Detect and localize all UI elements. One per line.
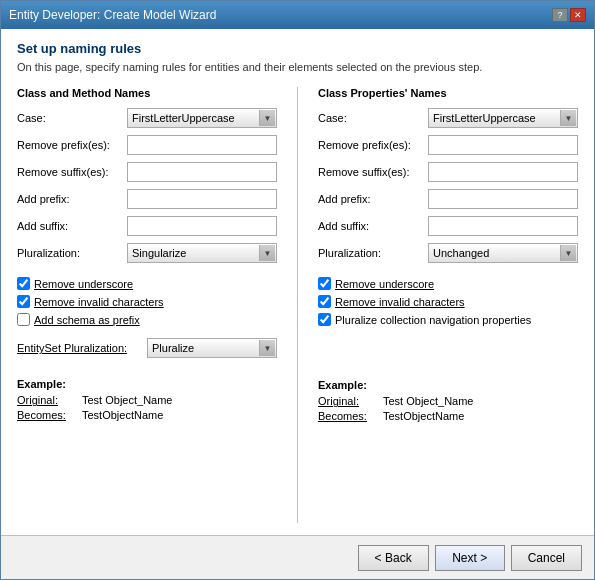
left-pluralization-select-wrapper: Singularize Pluralize Unchanged ▼ bbox=[127, 243, 277, 263]
help-button[interactable]: ? bbox=[552, 8, 568, 22]
left-remove-underscore-label[interactable]: Remove underscore bbox=[34, 278, 133, 290]
right-remove-underscore-row: Remove underscore bbox=[318, 277, 578, 290]
columns: Class and Method Names Case: FirstLetter… bbox=[17, 87, 578, 523]
left-remove-prefix-label: Remove prefix(es): bbox=[17, 139, 127, 151]
left-pluralization-label: Pluralization: bbox=[17, 247, 127, 259]
right-remove-invalid-label[interactable]: Remove invalid characters bbox=[335, 296, 465, 308]
right-pluralize-nav-row: Pluralize collection navigation properti… bbox=[318, 313, 578, 326]
left-add-suffix-row: Add suffix: bbox=[17, 215, 277, 237]
right-becomes-row: Becomes: TestObjectName bbox=[318, 410, 578, 422]
left-remove-suffix-input[interactable] bbox=[127, 162, 277, 182]
left-remove-prefix-input[interactable] bbox=[127, 135, 277, 155]
left-add-prefix-row: Add prefix: bbox=[17, 188, 277, 210]
left-add-prefix-input[interactable] bbox=[127, 189, 277, 209]
bottom-bar: < Back Next > Cancel bbox=[1, 535, 594, 579]
page-title: Set up naming rules bbox=[17, 41, 578, 56]
right-remove-prefix-label: Remove prefix(es): bbox=[318, 139, 428, 151]
right-pluralize-nav-checkbox[interactable] bbox=[318, 313, 331, 326]
right-remove-suffix-label: Remove suffix(es): bbox=[318, 166, 428, 178]
left-entityset-row: EntitySet Pluralization: Pluralize Singu… bbox=[17, 337, 277, 359]
left-remove-prefix-row: Remove prefix(es): bbox=[17, 134, 277, 156]
left-example-title: Example: bbox=[17, 378, 277, 390]
right-pluralization-select-wrapper: Unchanged Singularize Pluralize ▼ bbox=[428, 243, 578, 263]
cancel-button[interactable]: Cancel bbox=[511, 545, 582, 571]
window-title: Entity Developer: Create Model Wizard bbox=[9, 8, 216, 22]
right-remove-invalid-row: Remove invalid characters bbox=[318, 295, 578, 308]
right-remove-prefix-input[interactable] bbox=[428, 135, 578, 155]
right-pluralize-nav-label[interactable]: Pluralize collection navigation properti… bbox=[335, 314, 531, 326]
left-add-suffix-input[interactable] bbox=[127, 216, 277, 236]
left-original-value: Test Object_Name bbox=[82, 394, 172, 406]
right-add-suffix-row: Add suffix: bbox=[318, 215, 578, 237]
right-becomes-label: Becomes: bbox=[318, 410, 383, 422]
right-case-row: Case: FirstLetterUppercase Uppercase Low… bbox=[318, 107, 578, 129]
left-column-title: Class and Method Names bbox=[17, 87, 277, 99]
back-button[interactable]: < Back bbox=[358, 545, 429, 571]
titlebar: Entity Developer: Create Model Wizard ? … bbox=[1, 1, 594, 29]
left-case-row: Case: FirstLetterUppercase Uppercase Low… bbox=[17, 107, 277, 129]
left-becomes-row: Becomes: TestObjectName bbox=[17, 409, 277, 421]
left-pluralization-row: Pluralization: Singularize Pluralize Unc… bbox=[17, 242, 277, 264]
right-pluralization-row: Pluralization: Unchanged Singularize Plu… bbox=[318, 242, 578, 264]
right-original-label: Original: bbox=[318, 395, 383, 407]
left-becomes-value: TestObjectName bbox=[82, 409, 163, 421]
left-add-suffix-label: Add suffix: bbox=[17, 220, 127, 232]
page-subtitle: On this page, specify naming rules for e… bbox=[17, 60, 578, 75]
right-original-value: Test Object_Name bbox=[383, 395, 473, 407]
left-remove-invalid-row: Remove invalid characters bbox=[17, 295, 277, 308]
right-column: Class Properties' Names Case: FirstLette… bbox=[318, 87, 578, 523]
right-add-suffix-input[interactable] bbox=[428, 216, 578, 236]
right-remove-suffix-input[interactable] bbox=[428, 162, 578, 182]
left-example-section: Example: Original: Test Object_Name Beco… bbox=[17, 372, 277, 424]
left-add-schema-checkbox[interactable] bbox=[17, 313, 30, 326]
right-add-suffix-label: Add suffix: bbox=[318, 220, 428, 232]
right-remove-prefix-row: Remove prefix(es): bbox=[318, 134, 578, 156]
right-remove-underscore-label[interactable]: Remove underscore bbox=[335, 278, 434, 290]
right-add-prefix-input[interactable] bbox=[428, 189, 578, 209]
left-add-schema-row: Add schema as prefix bbox=[17, 313, 277, 326]
right-remove-suffix-row: Remove suffix(es): bbox=[318, 161, 578, 183]
right-becomes-value: TestObjectName bbox=[383, 410, 464, 422]
left-pluralization-select[interactable]: Singularize Pluralize Unchanged bbox=[127, 243, 277, 263]
left-column: Class and Method Names Case: FirstLetter… bbox=[17, 87, 277, 523]
left-case-select-wrapper: FirstLetterUppercase Uppercase Lowercase… bbox=[127, 108, 277, 128]
left-remove-suffix-row: Remove suffix(es): bbox=[17, 161, 277, 183]
right-pluralization-label: Pluralization: bbox=[318, 247, 428, 259]
left-add-schema-label[interactable]: Add schema as prefix bbox=[34, 314, 140, 326]
left-entityset-label: EntitySet Pluralization: bbox=[17, 342, 147, 354]
left-add-prefix-label: Add prefix: bbox=[17, 193, 127, 205]
right-case-select-wrapper: FirstLetterUppercase Uppercase Lowercase… bbox=[428, 108, 578, 128]
right-column-title: Class Properties' Names bbox=[318, 87, 578, 99]
right-example-section: Example: Original: Test Object_Name Beco… bbox=[318, 373, 578, 425]
right-case-select[interactable]: FirstLetterUppercase Uppercase Lowercase… bbox=[428, 108, 578, 128]
right-add-prefix-row: Add prefix: bbox=[318, 188, 578, 210]
left-remove-underscore-row: Remove underscore bbox=[17, 277, 277, 290]
left-remove-suffix-label: Remove suffix(es): bbox=[17, 166, 127, 178]
column-divider bbox=[297, 87, 298, 523]
right-remove-underscore-checkbox[interactable] bbox=[318, 277, 331, 290]
left-entityset-select-wrapper: Pluralize Singularize Unchanged ▼ bbox=[147, 338, 277, 358]
close-button[interactable]: ✕ bbox=[570, 8, 586, 22]
left-remove-underscore-checkbox[interactable] bbox=[17, 277, 30, 290]
content-area: Set up naming rules On this page, specif… bbox=[1, 29, 594, 535]
right-original-row: Original: Test Object_Name bbox=[318, 395, 578, 407]
left-original-row: Original: Test Object_Name bbox=[17, 394, 277, 406]
titlebar-buttons: ? ✕ bbox=[552, 8, 586, 22]
left-case-label: Case: bbox=[17, 112, 127, 124]
right-remove-invalid-checkbox[interactable] bbox=[318, 295, 331, 308]
right-case-label: Case: bbox=[318, 112, 428, 124]
left-case-select[interactable]: FirstLetterUppercase Uppercase Lowercase… bbox=[127, 108, 277, 128]
left-becomes-label: Becomes: bbox=[17, 409, 82, 421]
right-add-prefix-label: Add prefix: bbox=[318, 193, 428, 205]
left-remove-invalid-label[interactable]: Remove invalid characters bbox=[34, 296, 164, 308]
left-entityset-select[interactable]: Pluralize Singularize Unchanged bbox=[147, 338, 277, 358]
right-example-title: Example: bbox=[318, 379, 578, 391]
main-window: Entity Developer: Create Model Wizard ? … bbox=[0, 0, 595, 580]
left-original-label: Original: bbox=[17, 394, 82, 406]
left-remove-invalid-checkbox[interactable] bbox=[17, 295, 30, 308]
next-button[interactable]: Next > bbox=[435, 545, 505, 571]
right-pluralization-select[interactable]: Unchanged Singularize Pluralize bbox=[428, 243, 578, 263]
